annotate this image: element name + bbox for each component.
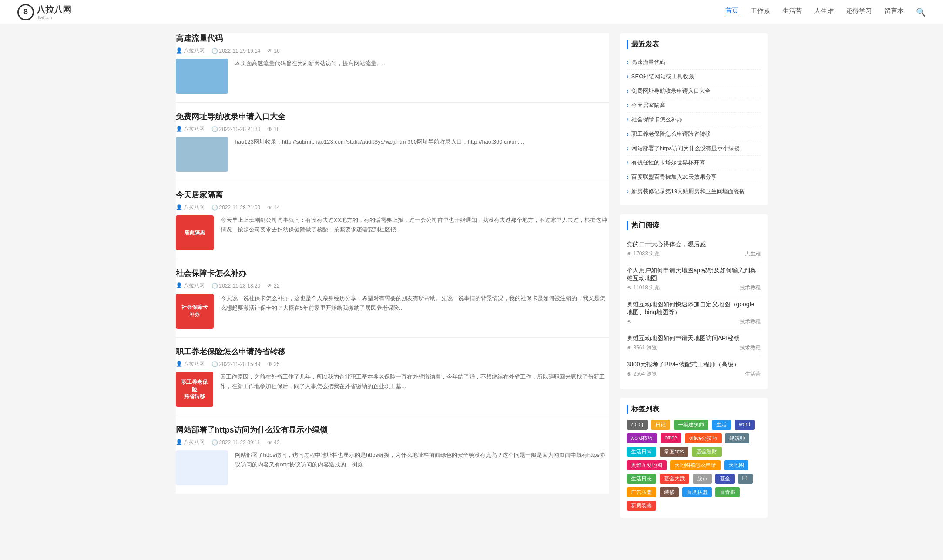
hot-item-meta: 👁 3561 浏览 技术教程 — [627, 344, 761, 352]
article-meta: 👤八拉八网 🕐2022-11-28 15:49 👁25 — [176, 360, 609, 368]
tag-item[interactable]: 生活日志 — [627, 474, 656, 484]
tag-item[interactable]: 天地图被怎么申请 — [670, 460, 721, 470]
recent-item[interactable]: 有钱任性的卡塔尔世界杯开幕 — [627, 156, 761, 170]
hot-item-meta: 👁 17083 浏览 人生难 — [627, 250, 761, 258]
tag-item[interactable]: word — [735, 420, 755, 430]
article-title[interactable]: 免费网址导航收录申请入口大全 — [176, 111, 609, 122]
hot-item-title[interactable]: 奥维互动地图如何快速添加自定义地图（google地图、bing地图等） — [627, 301, 761, 316]
recent-item[interactable]: 社会保障卡怎么补办 — [627, 113, 761, 127]
recent-item[interactable]: 高速流量代码 — [627, 55, 761, 70]
tag-item[interactable]: 百度联盟 — [682, 487, 712, 497]
article-date: 🕐2022-11-29 19:14 — [211, 48, 261, 54]
recent-item[interactable]: 免费网址导航收录申请入口大全 — [627, 84, 761, 98]
hot-item: 个人用户如何申请天地图api秘钥及如何输入到奥维互动地图 👁 11018 浏览 … — [627, 262, 761, 296]
article-author: 👤八拉八网 — [176, 47, 205, 54]
tag-item[interactable]: 广告联盟 — [627, 487, 656, 497]
article-author: 👤八拉八网 — [176, 204, 205, 211]
tag-item[interactable]: 生活 — [712, 420, 731, 430]
article-thumbnail: 社会保障卡补办 — [176, 294, 214, 329]
hot-item-title[interactable]: 奥维互动地图如何申请天地图访问API秘钥 — [627, 335, 761, 342]
tag-item[interactable]: 日记 — [651, 420, 670, 430]
logo[interactable]: 8 八拉八网 8la8.cn — [17, 4, 71, 20]
nav-item-人生难[interactable]: 人生难 — [814, 7, 834, 17]
nav-item-工作累[interactable]: 工作累 — [751, 7, 770, 17]
article-excerpt: 网站部署了https访问，访问过程中地址栏也显示的是https链接，为什么地址栏… — [235, 450, 609, 485]
nav-item-首页[interactable]: 首页 — [725, 7, 738, 17]
article-card: 网站部署了https访问为什么没有显示小绿锁 👤八拉八网 🕐2022-11-22… — [176, 416, 609, 494]
tag-item[interactable]: 新房装修 — [627, 501, 656, 511]
article-date: 🕐2022-11-22 09:11 — [211, 439, 261, 446]
article-card: 免费网址导航收录申请入口大全 👤八拉八网 🕐2022-11-28 21:30 👁… — [176, 103, 609, 181]
article-excerpt: 今天说一说社保卡怎么补办，这也是个人亲身经历分享，希望对有需要的朋友有所帮助。先… — [221, 294, 609, 329]
tag-item[interactable]: 生活日常 — [627, 447, 656, 457]
hot-tag: 技术教程 — [740, 284, 761, 292]
article-views: 👁14 — [267, 205, 279, 211]
article-excerpt: 因工作原因，之前在外省工作了几年，所以我的企业职工基本养老保险一直在外省缴纳着，… — [220, 372, 609, 407]
recent-item[interactable]: 职工养老保险怎么申请跨省转移 — [627, 127, 761, 141]
article-views: 👁42 — [267, 439, 279, 446]
search-icon[interactable]: 🔍 — [916, 7, 926, 17]
article-title[interactable]: 网站部署了https访问为什么没有显示小绿锁 — [176, 425, 609, 435]
hot-item-title[interactable]: 党的二十大心得体会，观后感 — [627, 241, 761, 248]
hot-item-title[interactable]: 个人用户如何申请天地图api秘钥及如何输入到奥维互动地图 — [627, 267, 761, 282]
tag-item[interactable]: 奥维互动地图 — [627, 460, 667, 470]
tag-item[interactable]: 股市 — [693, 474, 712, 484]
recent-item[interactable]: 新房装修记录第19天贴厨房和卫生间墙面瓷砖 — [627, 184, 761, 198]
logo-name: 八拉八网 — [37, 4, 71, 16]
hot-views: 👁 2564 浏览 — [627, 370, 657, 378]
tag-item[interactable]: 一级建筑师 — [674, 420, 708, 430]
tag-item[interactable]: office — [661, 433, 681, 443]
article-date: 🕐2022-11-28 18:20 — [211, 283, 261, 289]
tags-box: 标签列表 zblog日记一级建筑师生活wordword技巧officeoffic… — [620, 398, 768, 518]
article-title[interactable]: 社会保障卡怎么补办 — [176, 268, 609, 278]
tag-item[interactable]: 天地图 — [724, 460, 748, 470]
hot-reads-box: 热门阅读 党的二十大心得体会，观后感 👁 17083 浏览 人生难 个人用户如何… — [620, 214, 768, 389]
tag-item[interactable]: F1 — [738, 474, 753, 484]
tag-item[interactable]: word技巧 — [627, 433, 657, 443]
article-title[interactable]: 今天居家隔离 — [176, 190, 609, 200]
tag-item[interactable]: 基金大跌 — [660, 474, 689, 484]
tag-item[interactable]: 百青椒 — [715, 487, 740, 497]
article-date: 🕐2022-11-28 21:30 — [211, 126, 261, 132]
hot-reads-title: 热门阅读 — [627, 221, 761, 230]
hot-tag: 生活苦 — [745, 370, 761, 378]
article-meta: 👤八拉八网 🕐2022-11-28 18:20 👁22 — [176, 282, 609, 289]
article-excerpt: 今天早上上班刚到公司同事就问：有没有去过XX地方的，有的话需要上报，过一会公司群… — [221, 215, 609, 250]
article-title[interactable]: 职工养老保险怎么申请跨省转移 — [176, 346, 609, 357]
tag-item[interactable]: 基金理财 — [692, 447, 722, 457]
recent-item[interactable]: 网站部署了https访问为什么没有显示小绿锁 — [627, 141, 761, 156]
article-meta: 👤八拉八网 🕐2022-11-29 19:14 👁16 — [176, 47, 609, 54]
hot-views: 👁 11018 浏览 — [627, 284, 660, 292]
tag-item[interactable]: 常国cms — [660, 447, 688, 457]
tag-item[interactable]: 建筑师 — [725, 433, 749, 443]
nav-item-留言本[interactable]: 留言本 — [884, 7, 904, 17]
nav-item-生活苦[interactable]: 生活苦 — [782, 7, 802, 17]
tag-list: zblog日记一级建筑师生活wordword技巧officeoffice公技巧建… — [627, 420, 761, 511]
tag-item[interactable]: 基金 — [715, 474, 735, 484]
tag-item[interactable]: office公技巧 — [685, 433, 722, 443]
hot-item-title[interactable]: 3800元报考了BIM+装配式工程师（高级） — [627, 361, 761, 369]
article-excerpt: 本页面高速流量代码旨在为刷新网站访问，提高网站流量。... — [235, 59, 387, 94]
article-date: 🕐2022-11-28 15:49 — [211, 361, 261, 367]
article-views: 👁22 — [267, 283, 279, 289]
tag-item[interactable]: 装修 — [660, 487, 679, 497]
hot-item: 3800元报考了BIM+装配式工程师（高级） 👁 2564 浏览 生活苦 — [627, 356, 761, 382]
article-meta: 👤八拉八网 🕐2022-11-28 21:30 👁18 — [176, 125, 609, 133]
article-body: 社会保障卡补办 今天说一说社保卡怎么补办，这也是个人亲身经历分享，希望对有需要的… — [176, 294, 609, 329]
hot-item-meta: 👁 11018 浏览 技术教程 — [627, 284, 761, 292]
tag-item[interactable]: zblog — [627, 420, 648, 430]
nav-item-还得学习[interactable]: 还得学习 — [846, 7, 872, 17]
article-excerpt: hao123网址收录：http://submit.hao123.com/stat… — [235, 137, 524, 172]
hot-views: 👁 3561 浏览 — [627, 344, 657, 352]
recent-posts-title: 最近发表 — [627, 40, 761, 49]
recent-item[interactable]: SEO外链网站或工具收藏 — [627, 70, 761, 84]
hot-views: 👁 17083 浏览 — [627, 250, 660, 258]
article-body: 网站部署了https访问，访问过程中地址栏也显示的是https链接，为什么地址栏… — [176, 450, 609, 485]
article-author: 👤八拉八网 — [176, 360, 205, 368]
recent-item[interactable]: 今天居家隔离 — [627, 98, 761, 113]
article-views: 👁16 — [267, 48, 279, 54]
article-views: 👁18 — [267, 126, 279, 132]
article-title[interactable]: 高速流量代码 — [176, 33, 609, 44]
article-thumbnail — [176, 450, 228, 485]
recent-item[interactable]: 百度联盟百青椒加入20天效果分享 — [627, 170, 761, 184]
